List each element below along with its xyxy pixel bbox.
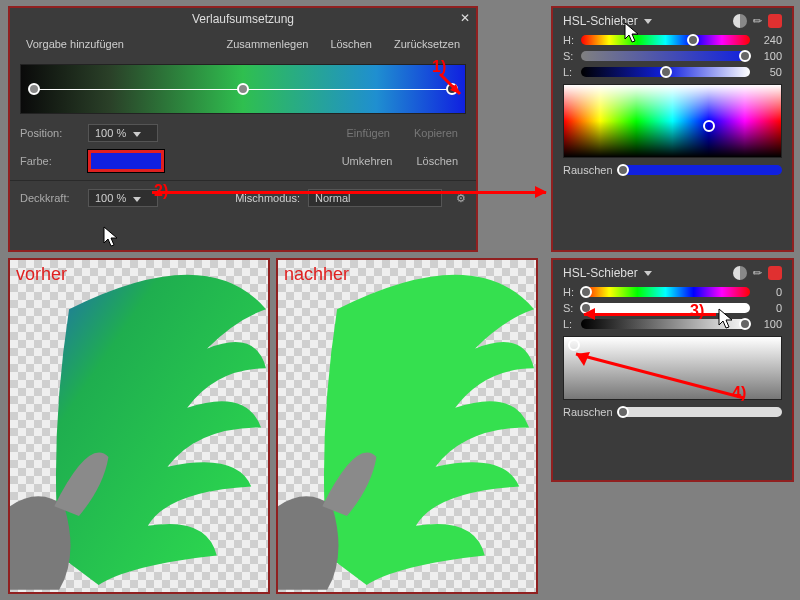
preview-after: nachher [276,258,538,594]
eyedropper-icon[interactable]: ✎ [750,13,766,29]
color-swatch[interactable] [88,150,164,172]
preview-before: vorher [8,258,270,594]
before-label: vorher [16,264,67,285]
l-label: L: [563,66,575,78]
s-label: S: [563,302,575,314]
l-value[interactable]: 50 [756,66,782,78]
h-label: H: [563,286,575,298]
delete-button[interactable]: Löschen [320,34,382,54]
opacity-select[interactable]: 100 % [88,189,158,207]
dialog-title-text: Verlaufsumsetzung [192,12,294,26]
merge-button[interactable]: Zusammenlegen [216,34,318,54]
color-field[interactable] [563,84,782,158]
wing-before-image [10,260,268,591]
dialog-title: Verlaufsumsetzung ✕ [10,8,476,30]
h-slider[interactable] [581,287,750,297]
dialog-button-row: Vorgabe hinzufügen Zusammenlegen Löschen… [10,30,476,58]
svg-marker-3 [576,352,590,366]
svg-line-2 [576,354,744,398]
hsl-title[interactable]: HSL-Schieber [563,14,638,28]
color-chip-icon[interactable] [768,14,782,28]
eyedropper-icon[interactable]: ✎ [750,265,766,281]
h-slider[interactable] [581,35,750,45]
close-icon[interactable]: ✕ [460,11,470,25]
s-value[interactable]: 0 [756,302,782,314]
noise-label: Rauschen [563,406,613,418]
s-slider[interactable] [581,51,750,61]
h-value[interactable]: 0 [756,286,782,298]
l-slider[interactable] [581,67,750,77]
add-preset-button[interactable]: Vorgabe hinzufügen [16,34,134,54]
color-label: Farbe: [20,155,80,167]
reset-button[interactable]: Zurücksetzen [384,34,470,54]
gradient-editor[interactable] [20,64,466,114]
s-label: S: [563,50,575,62]
delete-stop-button[interactable]: Löschen [408,153,466,169]
l-label: L: [563,318,575,330]
contrast-icon[interactable] [733,14,747,28]
l-slider[interactable] [581,319,750,329]
contrast-icon[interactable] [733,266,747,280]
noise-slider[interactable] [619,407,782,417]
arrow-2 [152,191,546,194]
arrow-3 [584,313,716,316]
s-slider[interactable] [581,303,750,313]
position-label: Position: [20,127,80,139]
noise-label: Rauschen [563,164,613,176]
l-value[interactable]: 100 [756,318,782,330]
noise-slider[interactable] [619,165,782,175]
h-label: H: [563,34,575,46]
h-value[interactable]: 240 [756,34,782,46]
color-chip-icon[interactable] [768,266,782,280]
chevron-down-icon[interactable] [644,271,652,276]
paste-button: Einfügen [339,125,398,141]
opacity-label: Deckkraft: [20,192,80,204]
gradient-map-dialog: Verlaufsumsetzung ✕ Vorgabe hinzufügen Z… [8,6,478,252]
s-value[interactable]: 100 [756,50,782,62]
position-select[interactable]: 100 % [88,124,158,142]
hsl-panel-1: HSL-Schieber ✎ H: 240 S: 100 L: 50 Rausc… [551,6,794,252]
chevron-down-icon[interactable] [644,19,652,24]
invert-button[interactable]: Umkehren [334,153,401,169]
hsl-title[interactable]: HSL-Schieber [563,266,638,280]
gradient-stop-mid[interactable] [237,83,249,95]
copy-button: Kopieren [406,125,466,141]
after-label: nachher [284,264,349,285]
wing-after-image [278,260,536,591]
